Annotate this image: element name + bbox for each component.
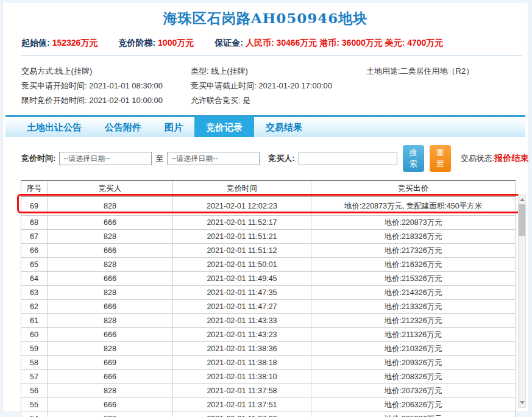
cell-time: 2021-02-01 11:51:12 bbox=[173, 244, 311, 258]
cell-bidder: 828 bbox=[48, 197, 173, 216]
cell-bidder: 828 bbox=[48, 384, 173, 398]
cell-bid: 地价:213326万元 bbox=[311, 300, 516, 314]
cell-no: 63 bbox=[21, 286, 48, 300]
cell-time: 2021-02-01 11:37:58 bbox=[173, 384, 311, 398]
table-row: 638282021-02-01 11:47:35地价:214326万元 bbox=[21, 286, 516, 300]
tab-item[interactable]: 图片 bbox=[153, 117, 194, 137]
summary-item: 保证金:人民币: 30466万元 港币: 36000万元 美元: 4700万元 bbox=[215, 38, 443, 49]
cell-bidder: 828 bbox=[48, 314, 173, 328]
table-row: 646662021-02-01 11:49:45地价:215326万元 bbox=[21, 272, 516, 286]
bidder-input[interactable] bbox=[299, 152, 397, 165]
cell-bid: 地价:212326万元 bbox=[311, 314, 516, 328]
tab-item[interactable]: 公告附件 bbox=[93, 117, 153, 137]
cell-no: 60 bbox=[21, 328, 48, 342]
cell-bidder: 666 bbox=[48, 244, 173, 258]
cell-bid: 地价:208326万元 bbox=[311, 370, 516, 384]
cell-bid: 地价:210326万元 bbox=[311, 342, 516, 356]
scrollbar-thumb[interactable] bbox=[519, 204, 525, 236]
cell-time: 2021-02-01 11:38:36 bbox=[173, 342, 311, 356]
table-scrollbar[interactable] bbox=[518, 194, 526, 408]
cell-bid: 地价:207326万元 bbox=[311, 384, 516, 398]
cell-no: 68 bbox=[21, 216, 48, 230]
table-row: 576662021-02-01 11:38:10地价:208326万元 bbox=[21, 370, 516, 384]
cell-bid: 地价:205326万元 bbox=[311, 412, 516, 417]
page-title: 海珠区石岗路AH050946地块 bbox=[3, 2, 528, 28]
summary-value: 人民币: 30466万元 港币: 36000万元 美元: 4700万元 bbox=[246, 38, 443, 48]
cell-bid: 地价:220873万元, 竞配建面积:450平方米 bbox=[311, 197, 516, 216]
tab-item[interactable]: 交易结果 bbox=[254, 117, 314, 137]
cell-time: 2021-02-01 11:37:32 bbox=[173, 412, 311, 417]
detail-field: 交易方式:线上(挂牌) bbox=[21, 64, 191, 79]
summary-item: 竞价阶梯:1000万元 bbox=[118, 38, 194, 49]
cell-no: 67 bbox=[21, 230, 48, 244]
cell-no: 65 bbox=[21, 258, 48, 272]
cell-bid: 地价:216326万元 bbox=[311, 258, 516, 272]
cell-time: 2021-02-01 11:52:17 bbox=[173, 216, 311, 230]
trade-status-label: 交易状态: bbox=[461, 154, 495, 163]
cell-bidder: 666 bbox=[48, 272, 173, 286]
column-header: 竞价时间 bbox=[173, 180, 311, 197]
cell-time: 2021-02-01 11:47:27 bbox=[173, 300, 311, 314]
table-row: 598282021-02-01 11:38:36地价:210326万元 bbox=[21, 342, 516, 356]
table-row: 606662021-02-01 11:43:23地价:211326万元 bbox=[21, 328, 516, 342]
detail-field: 限时竞价开始时间: 2021-02-01 10:00:00 bbox=[21, 93, 191, 108]
cell-no: 55 bbox=[21, 398, 48, 412]
summary-value: 1000万元 bbox=[158, 38, 194, 48]
column-header: 竞买人 bbox=[48, 180, 173, 197]
table-row: 666662021-02-01 11:51:12地价:217326万元 bbox=[21, 244, 516, 258]
cell-no: 66 bbox=[21, 244, 48, 258]
cell-no: 56 bbox=[21, 384, 48, 398]
cell-time: 2021-02-01 11:43:23 bbox=[173, 328, 311, 342]
auction-page: 海珠区石岗路AH050946地块 起始值:152326万元竞价阶梯:1000万元… bbox=[2, 2, 528, 412]
table-row: 626662021-02-01 11:47:27地价:213326万元 bbox=[21, 300, 516, 314]
cell-no: 58 bbox=[21, 356, 48, 370]
summary-label: 保证金: bbox=[215, 38, 243, 48]
cell-no: 61 bbox=[21, 314, 48, 328]
tab-active[interactable]: 竞价记录 bbox=[194, 117, 254, 137]
table-row: 586692021-02-01 11:38:18地价:209326万元 bbox=[21, 356, 516, 370]
cell-bid: 地价:214326万元 bbox=[311, 286, 516, 300]
cell-bidder: 828 bbox=[48, 412, 173, 417]
cell-bidder: 666 bbox=[48, 398, 173, 412]
scroll-up-arrow-icon[interactable] bbox=[519, 196, 525, 204]
detail-field: 类型: 线上(挂牌) bbox=[191, 64, 366, 79]
cell-bidder: 666 bbox=[48, 328, 173, 342]
detail-field: 土地用途:二类居住用地（R2） bbox=[366, 64, 528, 79]
cell-time: 2021-02-01 11:43:33 bbox=[173, 314, 311, 328]
summary-value: 152326万元 bbox=[52, 38, 98, 48]
cell-bid: 地价:211326万元 bbox=[311, 328, 516, 342]
summary-bar: 起始值:152326万元竞价阶梯:1000万元保证金:人民币: 30466万元 … bbox=[21, 38, 522, 56]
tab-bar: 土地出让公告公告附件图片竞价记录交易结果 bbox=[5, 115, 525, 137]
table-row: 568282021-02-01 11:37:58地价:207326万元 bbox=[21, 384, 516, 398]
trade-status-value: 报价结束 bbox=[494, 153, 528, 163]
summary-item: 起始值:152326万元 bbox=[21, 38, 98, 49]
detail-field: 允许联合竞买: 是 bbox=[191, 93, 366, 108]
scroll-down-arrow-icon[interactable] bbox=[519, 399, 525, 407]
date-to-input[interactable] bbox=[167, 152, 260, 165]
tab-item[interactable]: 土地出让公告 bbox=[15, 117, 93, 137]
cell-bidder: 828 bbox=[48, 230, 173, 244]
cell-bidder: 666 bbox=[48, 216, 173, 230]
detail-field bbox=[366, 93, 528, 108]
table-body: 698282021-02-01 12:02:23地价:220873万元, 竞配建… bbox=[21, 197, 516, 417]
detail-field: 竞买申请截止时间: 2021-01-20 17:00:00 bbox=[191, 79, 366, 93]
trade-status: 交易状态:报价结束 bbox=[461, 153, 529, 164]
to-label: 至 bbox=[155, 153, 163, 164]
cell-time: 2021-02-01 11:37:51 bbox=[173, 398, 311, 412]
cell-bidder: 828 bbox=[48, 286, 173, 300]
summary-label: 竞价阶梯: bbox=[118, 38, 155, 48]
summary-label: 起始值: bbox=[21, 38, 50, 48]
detail-field bbox=[366, 79, 528, 93]
reset-button[interactable]: 重置 bbox=[430, 145, 451, 172]
column-header: 序号 bbox=[21, 180, 48, 197]
cell-time: 2021-02-01 11:49:45 bbox=[173, 272, 311, 286]
search-button[interactable]: 搜索 bbox=[403, 145, 424, 172]
cell-no: 57 bbox=[21, 370, 48, 384]
cell-time: 2021-02-01 11:47:35 bbox=[173, 286, 311, 300]
column-header: 竞买出价 bbox=[311, 180, 516, 197]
bid-record-table-zone: 序号竞买人竞价时间竞买出价 698282021-02-01 12:02:23地价… bbox=[21, 180, 516, 417]
date-from-input[interactable] bbox=[59, 152, 152, 165]
cell-no: 64 bbox=[21, 272, 48, 286]
cell-no: 62 bbox=[21, 300, 48, 314]
table-row: 548282021-02-01 11:37:32地价:205326万元 bbox=[21, 412, 516, 417]
